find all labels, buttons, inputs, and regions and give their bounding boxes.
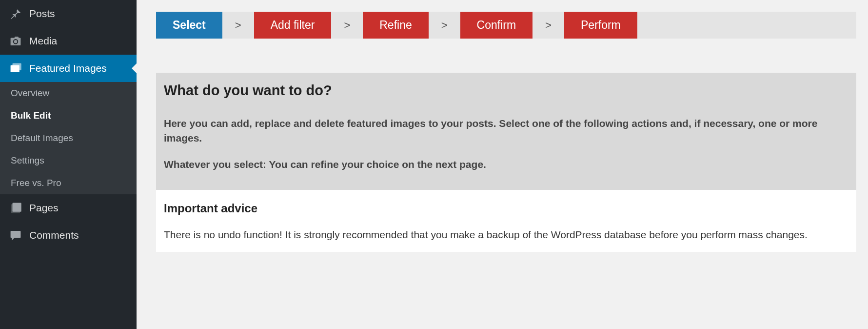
sidebar-sub-label: Default Images: [11, 133, 73, 143]
chevron-right-icon: >: [235, 19, 241, 32]
step-label: Confirm: [477, 19, 516, 31]
sidebar-sub-label: Free vs. Pro: [11, 178, 61, 188]
chevron-right-icon: >: [545, 19, 552, 32]
advice-box: Important advice There is no undo functi…: [156, 190, 856, 252]
sidebar-item-label: Posts: [29, 8, 55, 20]
svg-rect-1: [13, 63, 21, 70]
panel-lead: Here you can add, replace and delete fea…: [164, 116, 848, 146]
step-label: Add filter: [271, 19, 315, 31]
sidebar-sub-label: Settings: [11, 155, 44, 165]
images-icon: [9, 62, 22, 75]
svg-rect-3: [13, 203, 21, 212]
step-separator: >: [222, 12, 254, 39]
sidebar-item-label: Featured Images: [29, 62, 107, 74]
panel-intro: What do you want to do? Here you can add…: [156, 73, 856, 190]
sidebar-sub-bulk-edit[interactable]: Bulk Edit: [0, 104, 137, 127]
sidebar-sub-default-images[interactable]: Default Images: [0, 127, 137, 149]
sidebar-item-label: Media: [29, 35, 57, 47]
step-confirm[interactable]: Confirm: [460, 12, 533, 39]
step-select[interactable]: Select: [156, 12, 222, 39]
main-content: Select > Add filter > Refine > Confirm >…: [137, 0, 868, 329]
advice-text: There is no undo function! It is strongl…: [164, 227, 848, 243]
sidebar-sub-label: Bulk Edit: [11, 110, 51, 121]
sidebar-item-label: Pages: [29, 202, 59, 214]
step-separator: >: [429, 12, 460, 39]
panel-lead-secondary: Whatever you select: You can refine your…: [164, 159, 848, 170]
step-separator: >: [533, 12, 564, 39]
wizard-steps: Select > Add filter > Refine > Confirm >…: [156, 12, 856, 39]
step-refine[interactable]: Refine: [363, 12, 428, 39]
admin-sidebar: Posts Media Featured Images Overview Bul…: [0, 0, 137, 329]
page-icon: [9, 201, 22, 215]
sidebar-item-media[interactable]: Media: [0, 27, 137, 55]
pin-icon: [9, 7, 22, 21]
chevron-right-icon: >: [441, 19, 448, 32]
sidebar-sub-label: Overview: [11, 88, 49, 98]
comment-icon: [9, 228, 22, 242]
step-add-filter[interactable]: Add filter: [254, 12, 332, 39]
sidebar-item-label: Comments: [29, 229, 79, 241]
separator: [164, 99, 848, 116]
sidebar-bottom-list: Pages Comments: [0, 194, 137, 249]
sidebar-item-featured-images[interactable]: Featured Images: [0, 55, 137, 82]
sidebar-sub-free-vs-pro[interactable]: Free vs. Pro: [0, 172, 137, 194]
sidebar-item-pages[interactable]: Pages: [0, 194, 137, 222]
sidebar-sub-settings[interactable]: Settings: [0, 149, 137, 172]
sidebar-sub-overview[interactable]: Overview: [0, 82, 137, 104]
sidebar-top-list: Posts Media Featured Images: [0, 0, 137, 82]
step-label: Select: [173, 19, 206, 31]
step-perform[interactable]: Perform: [564, 12, 637, 39]
step-separator: >: [331, 12, 363, 39]
advice-title: Important advice: [164, 202, 848, 215]
step-label: Refine: [379, 19, 412, 31]
panel: What do you want to do? Here you can add…: [156, 73, 856, 252]
sidebar-item-posts[interactable]: Posts: [0, 0, 137, 27]
chevron-right-icon: >: [344, 19, 350, 32]
panel-title: What do you want to do?: [164, 82, 848, 99]
step-label: Perform: [581, 19, 621, 31]
sidebar-sub-list: Overview Bulk Edit Default Images Settin…: [0, 82, 137, 194]
sidebar-item-comments[interactable]: Comments: [0, 222, 137, 249]
camera-icon: [9, 34, 22, 48]
